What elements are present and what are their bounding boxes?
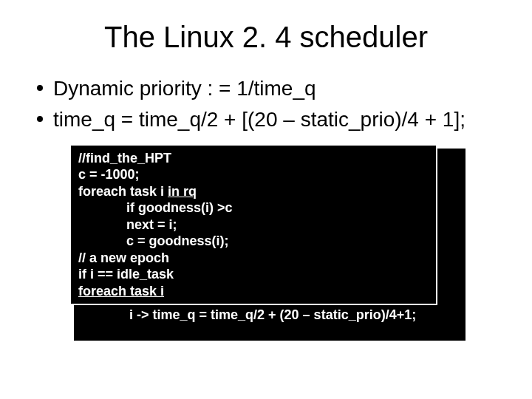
- bullet-item: time_q = time_q/2 + [(20 – static_prio)/…: [37, 106, 502, 134]
- code-block: //find_the_HPT c = -1000; foreach task i…: [74, 149, 466, 324]
- code-line-overflow: i -> time_q = time_q/2 + (20 – static_pr…: [74, 307, 466, 324]
- code-line: c = goodness(i);: [78, 233, 429, 250]
- code-line: c = -1000;: [78, 166, 429, 183]
- slide-title: The Linux 2. 4 scheduler: [30, 21, 502, 54]
- bullet-dot-icon: [37, 116, 43, 122]
- code-line: // a new epoch: [78, 250, 429, 267]
- code-text: foreach task i: [78, 184, 168, 199]
- code-line: //find_the_HPT: [78, 150, 429, 167]
- bullet-text: time_q = time_q/2 + [(20 – static_prio)/…: [53, 106, 466, 134]
- code-line: if i == idle_task: [78, 266, 429, 283]
- slide: The Linux 2. 4 scheduler Dynamic priorit…: [0, 0, 532, 399]
- bullet-item: Dynamic priority : = 1/time_q: [37, 75, 502, 103]
- code-line: foreach task i: [78, 283, 429, 300]
- bullet-list: Dynamic priority : = 1/time_q time_q = t…: [30, 75, 502, 134]
- bullet-text: Dynamic priority : = 1/time_q: [53, 75, 316, 103]
- code-box: //find_the_HPT c = -1000; foreach task i…: [69, 144, 437, 306]
- code-line: if goodness(i) >c: [78, 200, 429, 216]
- code-line: next = i;: [78, 216, 429, 233]
- code-line: foreach task i in rq: [78, 183, 429, 200]
- bullet-dot-icon: [37, 85, 43, 91]
- code-text-underline: in rq: [168, 184, 197, 199]
